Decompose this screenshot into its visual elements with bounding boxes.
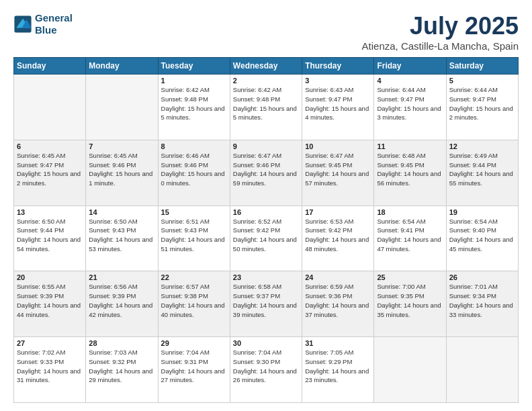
month-title: July 2025 bbox=[362, 12, 519, 40]
day-number: 13 bbox=[17, 208, 83, 216]
logo-text: General Blue bbox=[35, 12, 73, 36]
calendar-cell: 22Sunrise: 6:57 AMSunset: 9:38 PMDayligh… bbox=[158, 271, 230, 337]
calendar-cell: 17Sunrise: 6:53 AMSunset: 9:42 PMDayligh… bbox=[302, 205, 374, 271]
day-number: 30 bbox=[233, 339, 299, 347]
cell-info: Sunrise: 7:04 AMSunset: 9:30 PMDaylight:… bbox=[233, 348, 299, 385]
day-number: 18 bbox=[377, 208, 443, 216]
weekday-header-sunday: Sunday bbox=[14, 58, 86, 75]
cell-info: Sunrise: 6:53 AMSunset: 9:42 PMDaylight:… bbox=[305, 217, 371, 254]
cell-info: Sunrise: 7:05 AMSunset: 9:29 PMDaylight:… bbox=[305, 348, 371, 385]
day-number: 8 bbox=[161, 142, 227, 150]
day-number: 22 bbox=[161, 273, 227, 281]
calendar-cell: 19Sunrise: 6:54 AMSunset: 9:40 PMDayligh… bbox=[446, 205, 518, 271]
calendar-cell: 16Sunrise: 6:52 AMSunset: 9:42 PMDayligh… bbox=[230, 205, 302, 271]
calendar-cell: 20Sunrise: 6:55 AMSunset: 9:39 PMDayligh… bbox=[14, 271, 86, 337]
day-number: 3 bbox=[305, 77, 371, 85]
cell-info: Sunrise: 6:47 AMSunset: 9:45 PMDaylight:… bbox=[305, 151, 371, 188]
weekday-header-friday: Friday bbox=[374, 58, 446, 75]
cell-info: Sunrise: 7:00 AMSunset: 9:35 PMDaylight:… bbox=[377, 282, 443, 319]
cell-info: Sunrise: 6:52 AMSunset: 9:42 PMDaylight:… bbox=[233, 217, 299, 254]
weekday-header-row: SundayMondayTuesdayWednesdayThursdayFrid… bbox=[14, 58, 519, 75]
weekday-header-tuesday: Tuesday bbox=[158, 58, 230, 75]
day-number: 28 bbox=[89, 339, 154, 347]
calendar-cell: 13Sunrise: 6:50 AMSunset: 9:44 PMDayligh… bbox=[14, 205, 86, 271]
week-row-3: 13Sunrise: 6:50 AMSunset: 9:44 PMDayligh… bbox=[14, 205, 519, 271]
cell-info: Sunrise: 6:44 AMSunset: 9:47 PMDaylight:… bbox=[449, 85, 515, 122]
week-row-1: 1Sunrise: 6:42 AMSunset: 9:48 PMDaylight… bbox=[14, 75, 519, 140]
day-number: 7 bbox=[89, 142, 154, 150]
day-number: 27 bbox=[17, 339, 83, 347]
calendar-cell: 15Sunrise: 6:51 AMSunset: 9:43 PMDayligh… bbox=[158, 205, 230, 271]
cell-info: Sunrise: 6:42 AMSunset: 9:48 PMDaylight:… bbox=[233, 85, 299, 122]
cell-info: Sunrise: 6:45 AMSunset: 9:47 PMDaylight:… bbox=[17, 151, 83, 188]
weekday-header-wednesday: Wednesday bbox=[230, 58, 302, 75]
calendar-cell: 25Sunrise: 7:00 AMSunset: 9:35 PMDayligh… bbox=[374, 271, 446, 337]
calendar-cell: 4Sunrise: 6:44 AMSunset: 9:47 PMDaylight… bbox=[374, 75, 446, 140]
calendar-cell: 23Sunrise: 6:58 AMSunset: 9:37 PMDayligh… bbox=[230, 271, 302, 337]
calendar-cell bbox=[86, 75, 158, 140]
day-number: 14 bbox=[89, 208, 154, 216]
calendar-cell: 1Sunrise: 6:42 AMSunset: 9:48 PMDaylight… bbox=[158, 75, 230, 140]
cell-info: Sunrise: 6:51 AMSunset: 9:43 PMDaylight:… bbox=[161, 217, 227, 254]
weekday-header-thursday: Thursday bbox=[302, 58, 374, 75]
calendar-cell: 7Sunrise: 6:45 AMSunset: 9:46 PMDaylight… bbox=[86, 140, 158, 205]
cell-info: Sunrise: 6:54 AMSunset: 9:40 PMDaylight:… bbox=[449, 217, 515, 254]
day-number: 2 bbox=[233, 77, 299, 85]
location-title: Atienza, Castille-La Mancha, Spain bbox=[362, 40, 519, 52]
day-number: 11 bbox=[377, 142, 443, 150]
calendar-cell: 9Sunrise: 6:47 AMSunset: 9:46 PMDaylight… bbox=[230, 140, 302, 205]
day-number: 1 bbox=[161, 77, 227, 85]
cell-info: Sunrise: 6:47 AMSunset: 9:46 PMDaylight:… bbox=[233, 151, 299, 188]
day-number: 24 bbox=[305, 273, 371, 281]
day-number: 15 bbox=[161, 208, 227, 216]
cell-info: Sunrise: 6:55 AMSunset: 9:39 PMDaylight:… bbox=[17, 282, 83, 319]
cell-info: Sunrise: 7:02 AMSunset: 9:33 PMDaylight:… bbox=[17, 348, 83, 385]
cell-info: Sunrise: 6:49 AMSunset: 9:44 PMDaylight:… bbox=[449, 151, 515, 188]
cell-info: Sunrise: 7:03 AMSunset: 9:32 PMDaylight:… bbox=[89, 348, 154, 385]
header: General Blue July 2025 Atienza, Castille… bbox=[13, 12, 519, 52]
cell-info: Sunrise: 6:44 AMSunset: 9:47 PMDaylight:… bbox=[377, 85, 443, 122]
calendar-cell: 11Sunrise: 6:48 AMSunset: 9:45 PMDayligh… bbox=[374, 140, 446, 205]
cell-info: Sunrise: 6:50 AMSunset: 9:44 PMDaylight:… bbox=[17, 217, 83, 254]
calendar-page: General Blue July 2025 Atienza, Castille… bbox=[0, 0, 532, 411]
day-number: 31 bbox=[305, 339, 371, 347]
day-number: 5 bbox=[449, 77, 515, 85]
cell-info: Sunrise: 6:58 AMSunset: 9:37 PMDaylight:… bbox=[233, 282, 299, 319]
day-number: 25 bbox=[377, 273, 443, 281]
calendar-cell: 3Sunrise: 6:43 AMSunset: 9:47 PMDaylight… bbox=[302, 75, 374, 140]
weekday-header-monday: Monday bbox=[86, 58, 158, 75]
day-number: 4 bbox=[377, 77, 443, 85]
calendar-cell: 29Sunrise: 7:04 AMSunset: 9:31 PMDayligh… bbox=[158, 337, 230, 403]
cell-info: Sunrise: 6:56 AMSunset: 9:39 PMDaylight:… bbox=[89, 282, 154, 319]
day-number: 20 bbox=[17, 273, 83, 281]
cell-info: Sunrise: 6:54 AMSunset: 9:41 PMDaylight:… bbox=[377, 217, 443, 254]
calendar-cell: 27Sunrise: 7:02 AMSunset: 9:33 PMDayligh… bbox=[14, 337, 86, 403]
cell-info: Sunrise: 6:43 AMSunset: 9:47 PMDaylight:… bbox=[305, 85, 371, 122]
title-block: July 2025 Atienza, Castille-La Mancha, S… bbox=[362, 12, 519, 52]
day-number: 9 bbox=[233, 142, 299, 150]
cell-info: Sunrise: 6:50 AMSunset: 9:43 PMDaylight:… bbox=[89, 217, 154, 254]
week-row-2: 6Sunrise: 6:45 AMSunset: 9:47 PMDaylight… bbox=[14, 140, 519, 205]
calendar-table: SundayMondayTuesdayWednesdayThursdayFrid… bbox=[13, 57, 519, 403]
calendar-cell: 30Sunrise: 7:04 AMSunset: 9:30 PMDayligh… bbox=[230, 337, 302, 403]
cell-info: Sunrise: 6:45 AMSunset: 9:46 PMDaylight:… bbox=[89, 151, 154, 188]
cell-info: Sunrise: 6:46 AMSunset: 9:46 PMDaylight:… bbox=[161, 151, 227, 188]
calendar-cell: 10Sunrise: 6:47 AMSunset: 9:45 PMDayligh… bbox=[302, 140, 374, 205]
day-number: 26 bbox=[449, 273, 515, 281]
day-number: 29 bbox=[161, 339, 227, 347]
calendar-cell bbox=[446, 337, 518, 403]
calendar-cell: 12Sunrise: 6:49 AMSunset: 9:44 PMDayligh… bbox=[446, 140, 518, 205]
week-row-5: 27Sunrise: 7:02 AMSunset: 9:33 PMDayligh… bbox=[14, 337, 519, 403]
day-number: 23 bbox=[233, 273, 299, 281]
cell-info: Sunrise: 6:48 AMSunset: 9:45 PMDaylight:… bbox=[377, 151, 443, 188]
calendar-cell: 26Sunrise: 7:01 AMSunset: 9:34 PMDayligh… bbox=[446, 271, 518, 337]
cell-info: Sunrise: 7:01 AMSunset: 9:34 PMDaylight:… bbox=[449, 282, 515, 319]
calendar-cell: 24Sunrise: 6:59 AMSunset: 9:36 PMDayligh… bbox=[302, 271, 374, 337]
calendar-cell: 5Sunrise: 6:44 AMSunset: 9:47 PMDaylight… bbox=[446, 75, 518, 140]
logo: General Blue bbox=[13, 12, 73, 36]
day-number: 10 bbox=[305, 142, 371, 150]
calendar-cell: 8Sunrise: 6:46 AMSunset: 9:46 PMDaylight… bbox=[158, 140, 230, 205]
day-number: 21 bbox=[89, 273, 154, 281]
calendar-cell: 28Sunrise: 7:03 AMSunset: 9:32 PMDayligh… bbox=[86, 337, 158, 403]
logo-icon bbox=[13, 15, 32, 34]
